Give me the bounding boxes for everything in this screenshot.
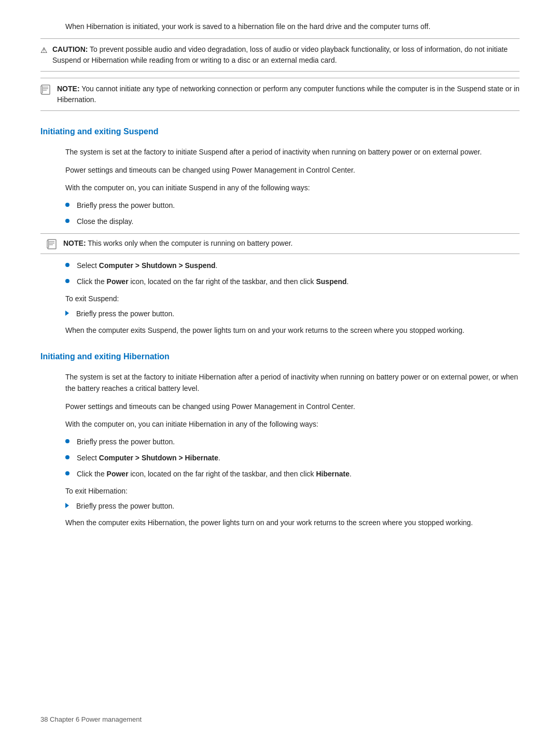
caution-icon: ⚠ bbox=[40, 45, 47, 57]
suspend-bullets2: Select Computer > Shutdown > Suspend. Cl… bbox=[40, 260, 520, 287]
note-inline-content: NOTE: This works only when the computer … bbox=[63, 238, 293, 249]
bullet-dot bbox=[65, 219, 69, 223]
bullet-text: Click the Power icon, located on the far… bbox=[77, 469, 352, 480]
note-icon-inline bbox=[47, 239, 58, 249]
bullet-text: Briefly press the power button. bbox=[77, 437, 175, 447]
suspend-bullets1: Briefly press the power button. Close th… bbox=[40, 200, 520, 227]
note-box-top: NOTE: You cannot initiate any type of ne… bbox=[40, 78, 520, 111]
footer-text: 38 Chapter 6 Power management bbox=[40, 715, 142, 723]
list-item: Briefly press the power button. bbox=[40, 437, 520, 447]
suspend-para1: The system is set at the factory to init… bbox=[40, 146, 520, 158]
list-item: Click the Power icon, located on the far… bbox=[40, 469, 520, 480]
bullet-text: Close the display. bbox=[77, 216, 133, 227]
suspend-heading: Initiating and exiting Suspend bbox=[40, 125, 520, 138]
caution-box: ⚠ CAUTION: To prevent possible audio and… bbox=[40, 38, 520, 72]
suspend-exit-bullet: Briefly press the power button. bbox=[40, 308, 520, 319]
note-label-inline: NOTE: bbox=[63, 239, 86, 247]
triangle-icon bbox=[65, 311, 69, 316]
caution-content: CAUTION: To prevent possible audio and v… bbox=[52, 44, 520, 66]
hibernation-bullets: Briefly press the power button. Select C… bbox=[40, 437, 520, 480]
note-text-inline: This works only when the computer is run… bbox=[88, 239, 292, 247]
bullet-text: Click the Power icon, located on the far… bbox=[77, 276, 349, 287]
bullet-text: Briefly press the power button. bbox=[77, 200, 175, 211]
suspend-para2: Power settings and timeouts can be chang… bbox=[40, 164, 520, 176]
svg-rect-4 bbox=[40, 86, 43, 93]
bullet-text: Select Computer > Shutdown > Hibernate. bbox=[77, 453, 220, 463]
footer: 38 Chapter 6 Power management bbox=[40, 714, 142, 725]
hibernation-exit-bullet: Briefly press the power button. bbox=[40, 501, 520, 512]
triangle-icon bbox=[65, 503, 69, 508]
bullet-text: Select Computer > Shutdown > Suspend. bbox=[77, 260, 218, 271]
to-exit-suspend-label: To exit Suspend: bbox=[40, 293, 520, 304]
svg-rect-9 bbox=[47, 241, 49, 248]
bullet-dot bbox=[65, 263, 69, 267]
hibernation-exit-para: When the computer exits Hibernation, the… bbox=[40, 517, 520, 528]
list-item: Select Computer > Shutdown > Suspend. bbox=[40, 260, 520, 271]
note-top-content: NOTE: You cannot initiate any type of ne… bbox=[57, 83, 520, 105]
bullet-dot bbox=[65, 203, 69, 207]
intro-text: When Hibernation is initiated, your work… bbox=[40, 21, 520, 32]
bullet-dot bbox=[65, 455, 69, 459]
list-item: Select Computer > Shutdown > Hibernate. bbox=[40, 453, 520, 463]
hibernation-exit-text: Briefly press the power button. bbox=[76, 501, 174, 512]
hibernation-para3: With the computer on, you can initiate H… bbox=[40, 418, 520, 430]
note-inline-suspend: NOTE: This works only when the computer … bbox=[40, 233, 520, 254]
note-label-top: NOTE: bbox=[57, 85, 80, 93]
suspend-exit-para: When the computer exits Suspend, the pow… bbox=[40, 325, 520, 336]
hibernation-para1: The system is set at the factory to init… bbox=[40, 371, 520, 395]
hibernation-para2: Power settings and timeouts can be chang… bbox=[40, 401, 520, 412]
bullet-dot bbox=[65, 471, 69, 475]
caution-label: CAUTION: bbox=[52, 45, 88, 53]
bullet-dot bbox=[65, 439, 69, 443]
caution-text: To prevent possible audio and video degr… bbox=[52, 45, 508, 64]
list-item: Close the display. bbox=[40, 216, 520, 227]
to-exit-hibernation-label: To exit Hibernation: bbox=[40, 486, 520, 497]
suspend-para3: With the computer on, you can initiate S… bbox=[40, 182, 520, 193]
suspend-exit-text: Briefly press the power button. bbox=[76, 308, 174, 319]
bullet-dot bbox=[65, 279, 69, 283]
note-icon-top bbox=[40, 85, 52, 95]
list-item: Click the Power icon, located on the far… bbox=[40, 276, 520, 287]
page: When Hibernation is initiated, your work… bbox=[0, 0, 560, 745]
hibernation-heading: Initiating and exiting Hibernation bbox=[40, 350, 520, 363]
list-item: Briefly press the power button. bbox=[40, 200, 520, 211]
note-text-top: You cannot initiate any type of networki… bbox=[57, 85, 520, 104]
